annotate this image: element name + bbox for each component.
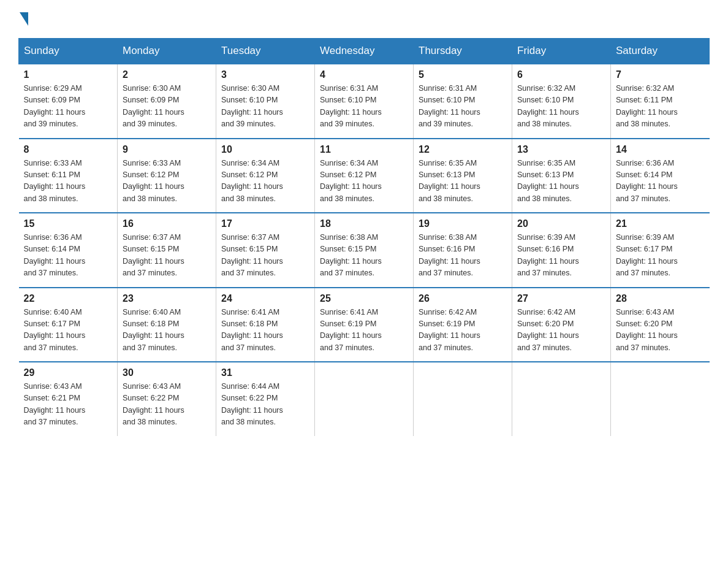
day-info: Sunrise: 6:31 AM Sunset: 6:10 PM Dayligh…	[419, 83, 507, 131]
day-number: 23	[123, 293, 211, 304]
day-info: Sunrise: 6:36 AM Sunset: 6:14 PM Dayligh…	[24, 232, 113, 280]
calendar-cell: 9 Sunrise: 6:33 AM Sunset: 6:12 PM Dayli…	[118, 139, 216, 213]
calendar-cell: 8 Sunrise: 6:33 AM Sunset: 6:11 PM Dayli…	[19, 139, 118, 213]
day-number: 30	[123, 367, 211, 378]
day-number: 24	[221, 293, 309, 304]
day-number: 7	[616, 69, 705, 80]
day-number: 12	[419, 144, 507, 155]
day-number: 14	[616, 144, 705, 155]
calendar-cell: 16 Sunrise: 6:37 AM Sunset: 6:15 PM Dayl…	[118, 213, 216, 288]
day-number: 9	[123, 144, 211, 155]
day-info: Sunrise: 6:44 AM Sunset: 6:22 PM Dayligh…	[221, 381, 309, 429]
day-info: Sunrise: 6:36 AM Sunset: 6:14 PM Dayligh…	[616, 158, 705, 205]
day-info: Sunrise: 6:34 AM Sunset: 6:12 PM Dayligh…	[320, 158, 408, 205]
header-day-thursday: Thursday	[414, 39, 512, 64]
calendar-body: 1 Sunrise: 6:29 AM Sunset: 6:09 PM Dayli…	[19, 64, 710, 436]
calendar-cell: 5 Sunrise: 6:31 AM Sunset: 6:10 PM Dayli…	[414, 64, 512, 139]
day-info: Sunrise: 6:39 AM Sunset: 6:17 PM Dayligh…	[616, 232, 705, 280]
page-header	[18, 12, 710, 26]
calendar-cell: 21 Sunrise: 6:39 AM Sunset: 6:17 PM Dayl…	[611, 213, 710, 288]
day-info: Sunrise: 6:40 AM Sunset: 6:18 PM Dayligh…	[123, 307, 211, 354]
day-info: Sunrise: 6:41 AM Sunset: 6:18 PM Dayligh…	[221, 307, 309, 354]
day-number: 15	[24, 218, 113, 229]
day-info: Sunrise: 6:43 AM Sunset: 6:20 PM Dayligh…	[616, 307, 705, 354]
day-number: 21	[616, 218, 705, 229]
calendar-cell: 31 Sunrise: 6:44 AM Sunset: 6:22 PM Dayl…	[216, 362, 315, 436]
day-info: Sunrise: 6:39 AM Sunset: 6:16 PM Dayligh…	[517, 232, 605, 280]
day-info: Sunrise: 6:43 AM Sunset: 6:22 PM Dayligh…	[123, 381, 211, 429]
header-day-monday: Monday	[118, 39, 216, 64]
day-number: 19	[419, 218, 507, 229]
calendar-cell: 17 Sunrise: 6:37 AM Sunset: 6:15 PM Dayl…	[216, 213, 315, 288]
day-info: Sunrise: 6:34 AM Sunset: 6:12 PM Dayligh…	[221, 158, 309, 205]
calendar-cell: 12 Sunrise: 6:35 AM Sunset: 6:13 PM Dayl…	[414, 139, 512, 213]
day-info: Sunrise: 6:42 AM Sunset: 6:20 PM Dayligh…	[517, 307, 605, 354]
day-number: 8	[24, 144, 113, 155]
day-number: 18	[320, 218, 408, 229]
day-number: 27	[517, 293, 605, 304]
calendar-cell: 27 Sunrise: 6:42 AM Sunset: 6:20 PM Dayl…	[512, 288, 611, 362]
day-info: Sunrise: 6:37 AM Sunset: 6:15 PM Dayligh…	[221, 232, 309, 280]
header-day-friday: Friday	[512, 39, 611, 64]
calendar-cell: 18 Sunrise: 6:38 AM Sunset: 6:15 PM Dayl…	[315, 213, 414, 288]
day-info: Sunrise: 6:42 AM Sunset: 6:19 PM Dayligh…	[419, 307, 507, 354]
calendar-cell: 14 Sunrise: 6:36 AM Sunset: 6:14 PM Dayl…	[611, 139, 710, 213]
day-number: 11	[320, 144, 408, 155]
calendar-cell: 11 Sunrise: 6:34 AM Sunset: 6:12 PM Dayl…	[315, 139, 414, 213]
calendar-cell: 26 Sunrise: 6:42 AM Sunset: 6:19 PM Dayl…	[414, 288, 512, 362]
calendar-cell: 6 Sunrise: 6:32 AM Sunset: 6:10 PM Dayli…	[512, 64, 611, 139]
calendar-cell	[414, 362, 512, 436]
logo	[18, 12, 29, 26]
calendar-week-4: 22 Sunrise: 6:40 AM Sunset: 6:17 PM Dayl…	[19, 288, 710, 362]
calendar-cell: 24 Sunrise: 6:41 AM Sunset: 6:18 PM Dayl…	[216, 288, 315, 362]
calendar-cell: 3 Sunrise: 6:30 AM Sunset: 6:10 PM Dayli…	[216, 64, 315, 139]
day-info: Sunrise: 6:33 AM Sunset: 6:12 PM Dayligh…	[123, 158, 211, 205]
calendar-cell: 15 Sunrise: 6:36 AM Sunset: 6:14 PM Dayl…	[19, 213, 118, 288]
day-number: 1	[24, 69, 113, 80]
calendar-cell: 29 Sunrise: 6:43 AM Sunset: 6:21 PM Dayl…	[19, 362, 118, 436]
calendar-cell: 2 Sunrise: 6:30 AM Sunset: 6:09 PM Dayli…	[118, 64, 216, 139]
day-number: 31	[221, 367, 309, 378]
day-info: Sunrise: 6:35 AM Sunset: 6:13 PM Dayligh…	[419, 158, 507, 205]
header-day-wednesday: Wednesday	[315, 39, 414, 64]
day-info: Sunrise: 6:29 AM Sunset: 6:09 PM Dayligh…	[24, 83, 113, 131]
day-number: 13	[517, 144, 605, 155]
day-info: Sunrise: 6:38 AM Sunset: 6:15 PM Dayligh…	[320, 232, 408, 280]
day-info: Sunrise: 6:41 AM Sunset: 6:19 PM Dayligh…	[320, 307, 408, 354]
day-number: 26	[419, 293, 507, 304]
day-number: 6	[517, 69, 605, 80]
day-info: Sunrise: 6:40 AM Sunset: 6:17 PM Dayligh…	[24, 307, 113, 354]
calendar-cell: 20 Sunrise: 6:39 AM Sunset: 6:16 PM Dayl…	[512, 213, 611, 288]
day-number: 17	[221, 218, 309, 229]
day-number: 20	[517, 218, 605, 229]
logo-arrow-icon	[20, 12, 28, 26]
day-number: 25	[320, 293, 408, 304]
day-number: 3	[221, 69, 309, 80]
day-number: 2	[123, 69, 211, 80]
calendar-week-3: 15 Sunrise: 6:36 AM Sunset: 6:14 PM Dayl…	[19, 213, 710, 288]
calendar-cell: 7 Sunrise: 6:32 AM Sunset: 6:11 PM Dayli…	[611, 64, 710, 139]
day-number: 22	[24, 293, 113, 304]
day-info: Sunrise: 6:31 AM Sunset: 6:10 PM Dayligh…	[320, 83, 408, 131]
calendar-cell	[315, 362, 414, 436]
day-number: 5	[419, 69, 507, 80]
day-number: 10	[221, 144, 309, 155]
calendar-table: SundayMondayTuesdayWednesdayThursdayFrid…	[18, 38, 710, 436]
day-number: 29	[24, 367, 113, 378]
header-day-tuesday: Tuesday	[216, 39, 315, 64]
header-row: SundayMondayTuesdayWednesdayThursdayFrid…	[19, 39, 710, 64]
header-day-sunday: Sunday	[19, 39, 118, 64]
day-info: Sunrise: 6:35 AM Sunset: 6:13 PM Dayligh…	[517, 158, 605, 205]
calendar-cell: 19 Sunrise: 6:38 AM Sunset: 6:16 PM Dayl…	[414, 213, 512, 288]
calendar-cell: 10 Sunrise: 6:34 AM Sunset: 6:12 PM Dayl…	[216, 139, 315, 213]
day-info: Sunrise: 6:37 AM Sunset: 6:15 PM Dayligh…	[123, 232, 211, 280]
calendar-cell: 22 Sunrise: 6:40 AM Sunset: 6:17 PM Dayl…	[19, 288, 118, 362]
header-day-saturday: Saturday	[611, 39, 710, 64]
day-info: Sunrise: 6:32 AM Sunset: 6:11 PM Dayligh…	[616, 83, 705, 131]
day-info: Sunrise: 6:30 AM Sunset: 6:10 PM Dayligh…	[221, 83, 309, 131]
calendar-cell: 1 Sunrise: 6:29 AM Sunset: 6:09 PM Dayli…	[19, 64, 118, 139]
day-info: Sunrise: 6:32 AM Sunset: 6:10 PM Dayligh…	[517, 83, 605, 131]
day-info: Sunrise: 6:38 AM Sunset: 6:16 PM Dayligh…	[419, 232, 507, 280]
calendar-cell: 25 Sunrise: 6:41 AM Sunset: 6:19 PM Dayl…	[315, 288, 414, 362]
day-number: 28	[616, 293, 705, 304]
